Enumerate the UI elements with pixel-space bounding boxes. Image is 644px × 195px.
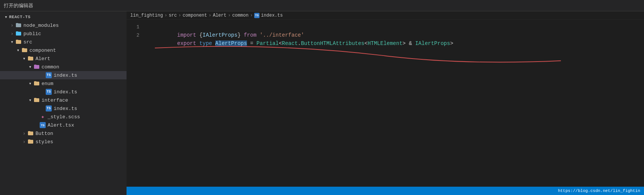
ts-icon: TS	[254, 13, 259, 18]
keyword-export: export	[177, 40, 199, 46]
folder-open-icon	[15, 39, 22, 45]
breadcrumb-item: lin_fighting	[130, 13, 163, 18]
folder-open-icon	[33, 80, 40, 87]
breadcrumb-separator: ›	[250, 13, 253, 18]
breadcrumb-item: component	[182, 13, 207, 18]
sidebar-item-component[interactable]: ▾ component	[0, 46, 127, 54]
status-bar: https://blog.csdn.net/lin_fightin	[127, 187, 644, 195]
ts-file-icon: TS	[45, 72, 52, 79]
breadcrumb-separator: ›	[228, 13, 230, 18]
line-number: 1	[127, 23, 145, 31]
folder-icon	[27, 130, 34, 137]
folder-open-icon	[33, 97, 40, 104]
type-name: Partial	[256, 40, 279, 46]
sidebar-item-src[interactable]: ▾ src	[0, 38, 127, 46]
editor-area: lin_fighting › src › component › Alert ›…	[127, 11, 644, 195]
sidebar-item-style-scss[interactable]: ✦ _style.scss	[0, 113, 127, 121]
sidebar-item-label: common	[42, 64, 59, 70]
chevron-down-icon: ▾	[15, 47, 21, 53]
sidebar-item-label: component	[29, 48, 56, 53]
breadcrumb: lin_fighting › src › component › Alert ›…	[127, 11, 644, 20]
sidebar-item-label: index.ts	[54, 73, 77, 78]
sidebar-item-node-modules[interactable]: › node_modules	[0, 21, 127, 29]
breadcrumb-separator: ›	[178, 13, 181, 18]
status-bar-url: https://blog.csdn.net/lin_fightin	[558, 189, 640, 193]
breadcrumb-file-item: TS index.ts	[254, 13, 283, 18]
ts-file-icon: TS	[45, 105, 52, 112]
punctuation: .	[298, 40, 301, 46]
sidebar-item-label: Alert.tsx	[48, 122, 74, 128]
type-name: ButtonHTMLAttributes	[301, 40, 364, 46]
type-name: HTMLElement	[368, 40, 402, 46]
keyword-type: type	[199, 40, 215, 46]
chevron-right-icon: ›	[9, 23, 15, 28]
title-bar: 打开的编辑器	[0, 0, 644, 11]
folder-blue-icon	[15, 30, 22, 37]
sidebar: ▾ REACT-TS › node_modules › public ▾	[0, 11, 127, 195]
sidebar-item-label: index.ts	[54, 106, 77, 111]
line-number: 2	[127, 31, 145, 40]
chevron-right-icon: ›	[21, 139, 27, 145]
code-line-2: 2 export type AlertProps = Partial<React…	[127, 31, 644, 39]
breadcrumb-separator: ›	[164, 13, 167, 18]
sidebar-item-label: Button	[36, 131, 53, 136]
sidebar-item-button[interactable]: › Button	[0, 129, 127, 138]
chevron-down-icon: ▾	[9, 39, 15, 45]
type-name: IAlertProps	[415, 40, 450, 46]
sidebar-item-label: public	[23, 31, 41, 37]
breadcrumb-separator: ›	[208, 13, 211, 18]
operator: =	[247, 40, 256, 46]
chevron-down-icon: ▾	[27, 97, 33, 103]
folder-icon	[15, 22, 22, 29]
sidebar-item-alert[interactable]: ▾ Alert	[0, 54, 127, 63]
chevron-right-icon: ›	[9, 31, 15, 37]
sidebar-item-enum[interactable]: ▾ enum	[0, 79, 127, 88]
punctuation: >	[403, 40, 406, 46]
chevron-down-icon: ▾	[27, 80, 33, 87]
punctuation: <	[364, 40, 368, 46]
sidebar-item-label: index.ts	[54, 89, 77, 95]
chevron-right-icon: ›	[21, 131, 27, 136]
chevron-down-icon: ▾	[27, 64, 33, 70]
sidebar-item-label: _style.scss	[48, 114, 80, 120]
operator: &	[406, 40, 415, 46]
punctuation: >	[450, 40, 453, 46]
line-content: export type AlertProps = Partial<React.B…	[145, 31, 644, 56]
sidebar-root[interactable]: ▾ REACT-TS	[0, 13, 127, 21]
sidebar-item-label: node_modules	[23, 23, 59, 28]
folder-open-icon	[27, 55, 34, 62]
sidebar-item-alert-tsx[interactable]: TS Alert.tsx	[0, 121, 127, 129]
type-name: React	[282, 40, 298, 46]
folder-open-icon	[21, 47, 28, 54]
ts-file-icon: TS	[45, 88, 52, 95]
sidebar-item-public[interactable]: › public	[0, 29, 127, 38]
code-line-1: 1 import {IAlertProps} from '../interfac…	[127, 23, 644, 31]
sidebar-item-interface[interactable]: ▾ interface	[0, 96, 127, 104]
sidebar-item-label: Alert	[36, 56, 50, 62]
arrow-icon: ▾	[3, 14, 9, 20]
breadcrumb-item: Alert	[213, 13, 226, 18]
scss-file-icon: ✦	[39, 113, 46, 120]
chevron-down-icon: ▾	[21, 56, 27, 62]
folder-purple-open-icon	[33, 63, 40, 70]
title-bar-text: 打开的编辑器	[4, 2, 33, 9]
highlighted-identifier: AlertProps	[215, 40, 247, 46]
sidebar-root-label: REACT-TS	[9, 15, 31, 19]
sidebar-item-enum-index[interactable]: TS index.ts	[0, 88, 127, 96]
sidebar-item-label: styles	[36, 139, 53, 145]
breadcrumb-item: common	[232, 13, 249, 18]
code-editor[interactable]: 1 import {IAlertProps} from '../interfac…	[127, 20, 644, 187]
sidebar-item-label: enum	[42, 81, 53, 87]
sidebar-item-styles[interactable]: › styles	[0, 138, 127, 146]
sidebar-item-common[interactable]: ▾ common	[0, 63, 127, 71]
sidebar-item-common-index[interactable]: TS index.ts	[0, 71, 127, 79]
sidebar-item-interface-index[interactable]: TS index.ts	[0, 104, 127, 113]
breadcrumb-item: src	[169, 13, 177, 18]
folder-icon	[27, 138, 34, 145]
tsx-file-icon: TS	[39, 122, 46, 128]
main-layout: ▾ REACT-TS › node_modules › public ▾	[0, 11, 644, 195]
sidebar-item-label: src	[23, 39, 32, 45]
sidebar-item-label: interface	[42, 98, 68, 103]
